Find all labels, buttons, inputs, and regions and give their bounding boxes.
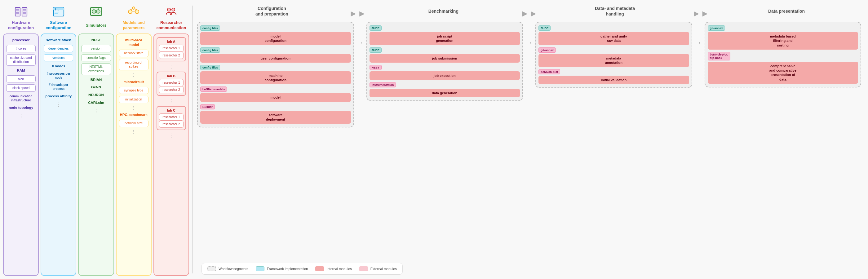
legend-external-box: [359, 266, 368, 271]
bench-data-gen: data generation: [370, 89, 520, 97]
config-block-2: config files user configuration: [200, 48, 351, 63]
arrow-2: ►►: [519, 4, 539, 19]
config-tag-2: config files: [200, 48, 220, 53]
columns-wrapper: Hardware configuration processor # cores…: [3, 6, 189, 276]
lab-b-r1: researcher 1: [159, 79, 184, 86]
sw-stack: software stack: [44, 37, 73, 43]
legend-workflow-box: [207, 266, 216, 271]
mod-init: initialization: [119, 96, 149, 103]
hw-dots: ⋮: [19, 113, 24, 119]
column-simulators: Simulators NEST version compile flags NE…: [78, 6, 114, 276]
hw-cache: cache size anddistribution: [6, 54, 36, 66]
workflow-header: Configurationand preparation ►► Benchmar…: [196, 4, 862, 19]
column-hardware: Hardware configuration processor # cores…: [3, 6, 39, 276]
svg-point-18: [135, 10, 139, 13]
stage-data: Data- and metadatahandling: [539, 4, 691, 18]
data-tag-3: beNNch-plot: [538, 69, 560, 74]
legend-workflow: Workflow segments: [207, 266, 248, 271]
wf-arrow-2: →: [524, 22, 534, 47]
arrow-3: ►►: [691, 4, 711, 19]
data-annotation: metadataannotation: [538, 54, 689, 67]
sw-processes: # processes pernode: [44, 71, 73, 80]
column-models: Models and parameters multi-areamodel ne…: [116, 6, 152, 276]
bench-tag-1: JUBE: [370, 25, 382, 31]
mod-dots3: ⋮: [132, 130, 135, 134]
bench-tag-3: NEST: [370, 65, 382, 70]
sim-nestml: NESTMLextensions: [81, 63, 111, 75]
column-software: $ _ Software configuration software stac…: [41, 6, 76, 276]
lab-a-r2: researcher 2: [159, 52, 184, 59]
wf-arrow-1: →: [355, 22, 365, 47]
present-block-1: git-annex metadata basedfiltering andsor…: [708, 25, 858, 50]
config-user: user configuration: [200, 54, 351, 63]
stage-bench: Benchmarking: [367, 4, 519, 18]
lab-c: lab C researcher 1 researcher 2: [157, 106, 186, 130]
software-icon: $ _: [51, 6, 67, 18]
bench-tag-2: JUBE: [370, 48, 382, 53]
lab-a-dots: ⋮: [168, 64, 174, 70]
bench-job-submit: job submission: [370, 54, 520, 63]
lab-b-title: lab B: [159, 74, 184, 78]
mod-dots1: ⋮: [132, 73, 135, 77]
wf-col-bench: JUBE job scriptgeneration JUBE job submi…: [365, 22, 525, 101]
lab-a-r1: researcher 1: [159, 44, 184, 52]
wf-col-present: git-annex metadata basedfiltering andsor…: [703, 22, 863, 87]
wf-segment-config: config files modelconfiguration config f…: [197, 22, 354, 127]
models-box: multi-areamodel network state recording …: [116, 33, 152, 276]
workflow-body: config files modelconfiguration config f…: [196, 22, 862, 260]
hw-cores: # cores: [6, 45, 36, 52]
svg-rect-4: [23, 9, 26, 10]
present-filter: metadata basedfiltering andsorting: [708, 32, 858, 50]
lab-c-title: lab C: [159, 108, 184, 112]
mod-hpc: HPC-benchmark: [119, 112, 149, 118]
present-block-2: beNNch-plot,flip-book comprehensiveand c…: [708, 52, 858, 84]
wf-col-config: config files modelconfiguration config f…: [196, 22, 355, 127]
arrow-1: ►►: [348, 4, 367, 19]
sim-nest: NEST: [81, 37, 111, 43]
legend-external: External modules: [359, 266, 397, 271]
wf-arrow-3: →: [693, 22, 703, 47]
legend-framework-box: [256, 266, 265, 271]
data-block-2: git-annex metadataannotation: [538, 48, 689, 67]
config-model: modelconfiguration: [200, 32, 351, 45]
sim-version: version: [81, 45, 111, 52]
config-block-4: beNNch-models model: [200, 87, 351, 102]
data-tag-1: JUBE: [538, 25, 551, 31]
wf-segment-bench: JUBE job scriptgeneration JUBE job submi…: [366, 22, 523, 101]
data-gather: gather and unifyraw data: [538, 32, 689, 45]
hw-ram: RAM: [6, 68, 36, 73]
models-title: Models and parameters: [122, 20, 145, 31]
stage-bench-label: Benchmarking: [428, 4, 459, 18]
software-title: Software configuration: [45, 20, 71, 31]
simulators-icon: [88, 6, 104, 18]
svg-text:$ _: $ _: [55, 8, 59, 11]
stage-present-label: Data presentation: [768, 4, 805, 18]
legend-internal-box: [315, 266, 324, 271]
hw-comm: communicationinfrastructure: [6, 94, 36, 103]
wf-col-data: JUBE gather and unifyraw data git-annex …: [534, 22, 693, 88]
sw-versions: versions: [44, 54, 73, 62]
sim-brian: BRIAN: [81, 77, 111, 83]
stage-config: Configurationand preparation: [196, 4, 348, 18]
config-tag-3: config files: [200, 65, 220, 70]
bench-job-script: job scriptgeneration: [370, 32, 520, 45]
hw-topology: node topology: [6, 105, 36, 111]
mod-synapse: synapse type: [119, 87, 149, 94]
researcher-icon: [163, 6, 179, 18]
lab-c-r2: researcher 2: [159, 121, 184, 128]
lab-b-dots: ⋮: [168, 98, 174, 104]
sw-deps: dependencies: [44, 45, 73, 52]
data-block-1: JUBE gather and unifyraw data: [538, 25, 689, 45]
sw-affinity: process affinity: [44, 93, 73, 99]
data-tag-2: git-annex: [538, 48, 556, 53]
config-block-3: config files machineconfiguration: [200, 65, 351, 85]
bench-block-4: Instrumentation data generation: [370, 82, 520, 97]
config-tag-5: Builder: [200, 104, 215, 110]
svg-rect-5: [23, 12, 26, 13]
present-tag-2: beNNch-plot,flip-book: [708, 52, 731, 60]
svg-point-21: [167, 8, 170, 11]
lab-a-title: lab A: [159, 40, 184, 43]
hw-clock: clock speed: [6, 84, 36, 92]
mod-netsize: network size: [119, 120, 149, 127]
researcher-title: Researcher communication: [156, 20, 186, 31]
